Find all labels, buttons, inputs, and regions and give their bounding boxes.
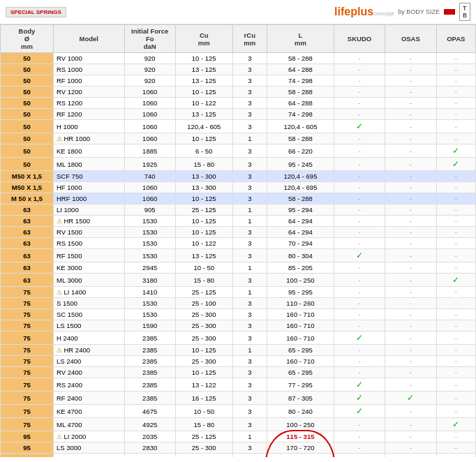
cell-body: 75 <box>1 378 54 392</box>
check-icon: ✓ <box>356 333 363 343</box>
cell-rcu: 3 <box>232 274 267 287</box>
cell-osas: - <box>385 249 436 262</box>
cell-model: ⚠ HR 1000 <box>53 133 124 144</box>
cell-body: 50 <box>1 120 54 133</box>
red-box <box>444 9 455 15</box>
cell-model: ML 4700 <box>53 418 124 431</box>
cell-opas: - <box>436 238 475 249</box>
cell-l: 64 - 288 <box>267 64 334 75</box>
dash-icon: - <box>358 184 360 191</box>
cell-skudo: - <box>334 227 385 238</box>
dash-icon: - <box>410 252 412 260</box>
cell-body: 75 <box>1 298 54 309</box>
cell-osas: - <box>385 262 436 274</box>
table-row: 75⚠ HR 2400238510 - 125165 - 295--- <box>1 345 476 356</box>
table-row: M 50 x 1,5HRF 1000106010 - 125358 - 288-… <box>1 193 476 204</box>
cell-opas: - <box>436 262 475 274</box>
tb-button[interactable]: TB <box>459 3 470 21</box>
cell-force: 1885 <box>124 144 175 158</box>
cell-body: M 50 x 1,5 <box>1 193 54 204</box>
cell-body: 50 <box>1 53 54 64</box>
cell-skudo: - <box>334 204 385 216</box>
cell-body: 50 <box>1 133 54 144</box>
dash-icon: - <box>410 54 412 62</box>
table-row: 75RS 2400238513 - 122377 - 295✓-- <box>1 378 476 392</box>
cell-body: 50 <box>1 87 54 98</box>
header-bar: SPECIAL SPRINGS lifeplus concept by BODY… <box>0 0 476 24</box>
cell-osas: - <box>385 274 436 287</box>
cell-model: RS 1000 <box>53 64 124 75</box>
cell-cu: 13 - 125 <box>175 75 232 87</box>
cell-osas: - <box>385 367 436 378</box>
cell-skudo: - <box>334 418 385 431</box>
cell-skudo: ✓ <box>334 378 385 392</box>
cell-force: 920 <box>124 64 175 75</box>
cell-force: 2385 <box>124 392 175 405</box>
cell-rcu: 3 <box>232 144 267 158</box>
dash-icon: - <box>455 288 457 296</box>
cell-opas: - <box>436 109 475 120</box>
cell-skudo: - <box>334 320 385 331</box>
dash-icon: - <box>410 110 412 118</box>
cell-opas: - <box>436 298 475 309</box>
cell-opas: ✓ <box>436 418 475 431</box>
dash-icon: - <box>455 408 457 415</box>
cell-cu: 10 - 50 <box>175 262 232 274</box>
cell-cu: 13 - 125 <box>175 64 232 75</box>
dash-icon: - <box>410 66 412 73</box>
cell-body: 95 <box>1 431 54 442</box>
cell-cu: 13 - 125 <box>175 109 232 120</box>
dash-icon: - <box>410 381 412 389</box>
cell-skudo: - <box>334 158 385 171</box>
cell-osas: - <box>385 109 436 120</box>
cell-rcu: 3 <box>232 182 267 193</box>
cell-osas: - <box>385 454 436 458</box>
table-row: 75S 1500153025 - 1003110 - 260--- <box>1 298 476 309</box>
table-wrapper: BodyØmm Model Initial ForceFodaN Cumm rC… <box>0 24 476 457</box>
cell-opas: - <box>436 133 475 144</box>
cell-cu: 13 - 300 <box>175 171 232 182</box>
dash-icon: - <box>410 357 412 365</box>
cell-body: 75 <box>1 331 54 345</box>
cell-skudo: - <box>334 298 385 309</box>
cell-force: 2385 <box>124 367 175 378</box>
check-icon: ✓ <box>356 393 363 403</box>
cell-osas: - <box>385 87 436 98</box>
cell-osas: - <box>385 442 436 454</box>
cell-force: 3180 <box>124 274 175 287</box>
cell-l: 66 - 220 <box>267 144 334 158</box>
header-l: Lmm <box>267 25 334 53</box>
table-row: 50RF 100092013 - 125374 - 298--- <box>1 75 476 87</box>
cell-osas: - <box>385 182 436 193</box>
cell-model: LS 3000 <box>53 442 124 454</box>
cell-force: 1530 <box>124 227 175 238</box>
cell-body: 75 <box>1 418 54 431</box>
cell-rcu: 1 <box>232 216 267 227</box>
cell-osas: - <box>385 378 436 392</box>
cell-body: 75 <box>1 345 54 356</box>
cell-force: 740 <box>124 171 175 182</box>
cell-cu: 120,4 - 605 <box>175 120 232 133</box>
cell-model: ML 1800 <box>53 158 124 171</box>
cell-rcu: 3 <box>232 442 267 454</box>
cell-osas: - <box>385 320 436 331</box>
cell-skudo: - <box>334 182 385 193</box>
cell-opas: - <box>436 171 475 182</box>
table-row: 63⚠ HR 1500153010 - 125164 - 294--- <box>1 216 476 227</box>
cell-model: S 1500 <box>53 298 124 309</box>
cell-cu: 10 - 122 <box>175 238 232 249</box>
dash-icon: - <box>410 311 412 318</box>
check-icon: ✓ <box>356 121 363 131</box>
dash-icon: - <box>410 99 412 107</box>
cell-l: 160 - 710 <box>267 356 334 367</box>
cell-rcu: 3 <box>232 405 267 418</box>
check-icon: ✓ <box>452 159 459 169</box>
logo-area: SPECIAL SPRINGS <box>6 7 66 17</box>
cell-l: 58 - 288 <box>267 193 334 204</box>
cell-rcu: 3 <box>232 171 267 182</box>
table-container[interactable]: BodyØmm Model Initial ForceFodaN Cumm rC… <box>0 24 476 457</box>
table-row: 50ML 1800192515 - 80395 - 245--✓ <box>1 158 476 171</box>
dash-icon: - <box>410 299 412 307</box>
cell-opas: - <box>436 204 475 216</box>
cell-cu: 10 - 125 <box>175 193 232 204</box>
